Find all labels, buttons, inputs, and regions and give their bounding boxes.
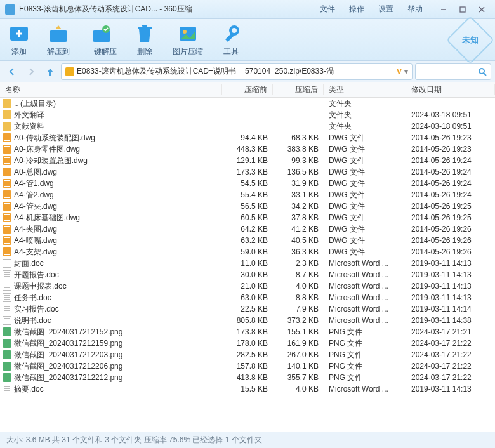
dwg-icon: [3, 179, 11, 188]
file-type: PNG 文件: [324, 327, 406, 338]
size-pre: 94.4 KB: [222, 133, 273, 142]
menu-file[interactable]: 文件: [314, 1, 341, 17]
size-pre: 448.3 KB: [222, 145, 273, 154]
file-name: A0-冷却装置总图.dwg: [14, 155, 88, 166]
file-row[interactable]: 微信截图_20240317212152.png173.8 KB155.1 KBP…: [0, 326, 495, 338]
file-row[interactable]: A4-管2.dwg55.4 KB33.1 KBDWG 文件2014-05-26 …: [0, 189, 495, 201]
file-date: 2019-03-11 14:13: [406, 270, 495, 279]
badge-text: 未知: [462, 34, 478, 46]
doc-icon: [3, 293, 11, 302]
tools-button[interactable]: 工具: [220, 22, 242, 57]
col-name[interactable]: 名称: [0, 84, 222, 95]
file-list[interactable]: .. (上级目录)文件夹外文翻译文件夹2024-03-18 09:51文献资料文…: [0, 98, 495, 419]
status-text: 大小: 3.6 MB 共 31 个文件和 3 个文件夹 压缩率 75.6% 已经…: [6, 435, 262, 445]
file-name: 实习报告.doc: [14, 304, 59, 315]
file-date: 2014-05-26 19:23: [406, 133, 495, 142]
col-pre[interactable]: 压缩前: [222, 84, 273, 95]
size-pre: 63.2 KB: [222, 236, 273, 245]
file-row[interactable]: A4-喷嘴.dwg63.2 KB40.5 KBDWG 文件2014-05-26 …: [0, 235, 495, 246]
file-type: Microsoft Word ...: [324, 293, 406, 302]
minimize-button[interactable]: [435, 3, 452, 16]
menu-operate[interactable]: 操作: [343, 1, 371, 17]
col-date[interactable]: 修改日期: [406, 84, 495, 95]
titlebar: E0833-滚齿机总体及传动系统设计CAD... - 360压缩 文件 操作 设…: [0, 0, 495, 19]
file-type: DWG 文件: [324, 224, 406, 235]
dwg-icon: [3, 168, 11, 176]
svg-point-14: [230, 27, 238, 34]
extract-all-button[interactable]: 一键解压: [86, 22, 117, 57]
file-row[interactable]: A4-支架.dwg59.0 KB36.3 KBDWG 文件2014-05-26 …: [0, 246, 495, 258]
file-name: A4-管夹.dwg: [14, 201, 57, 212]
file-row[interactable]: A4-管1.dwg54.5 KB31.9 KBDWG 文件2014-05-26 …: [0, 178, 495, 189]
file-type: DWG 文件: [324, 247, 406, 258]
file-date: 2019-03-11 14:13: [406, 282, 495, 291]
file-date: 2014-05-26 19:24: [406, 156, 495, 165]
extract-button[interactable]: 解压到: [47, 22, 70, 57]
file-date: 2014-05-26 19:23: [406, 145, 495, 154]
col-type[interactable]: 类型: [324, 84, 406, 95]
file-type: 文件夹: [324, 121, 406, 132]
add-button[interactable]: 添加: [8, 22, 30, 57]
file-date: 2014-05-26 19:25: [406, 202, 495, 211]
file-type: DWG 文件: [324, 167, 406, 178]
file-row[interactable]: A0-冷却装置总图.dwg129.1 KB99.3 KBDWG 文件2014-0…: [0, 155, 495, 166]
forward-button[interactable]: [23, 63, 39, 80]
maximize-button[interactable]: [454, 3, 471, 16]
file-row[interactable]: 文献资料文件夹2024-03-18 09:51: [0, 121, 495, 132]
file-row[interactable]: .. (上级目录)文件夹: [0, 98, 495, 109]
file-date: 2024-03-17 21:22: [406, 339, 495, 348]
file-row[interactable]: 实习报告.doc22.5 KB7.9 KBMicrosoft Word ...2…: [0, 303, 495, 315]
file-row[interactable]: A0-总图.dwg173.3 KB136.5 KBDWG 文件2014-05-2…: [0, 166, 495, 178]
delete-button[interactable]: 删除: [133, 22, 156, 57]
file-row[interactable]: A4-管夹.dwg56.5 KB34.2 KBDWG 文件2014-05-26 …: [0, 201, 495, 212]
vip-icon: V: [397, 67, 402, 76]
dwg-icon: [3, 247, 11, 256]
file-row[interactable]: 封面.doc11.0 KB2.3 KBMicrosoft Word ...201…: [0, 258, 495, 269]
menu-help[interactable]: 帮助: [401, 1, 429, 17]
menu-settings[interactable]: 设置: [372, 1, 400, 17]
file-row[interactable]: 说明书.doc805.8 KB373.2 KBMicrosoft Word ..…: [0, 315, 495, 326]
window-controls: [435, 3, 490, 16]
size-pre: 413.8 KB: [222, 373, 273, 382]
file-row[interactable]: 微信截图_20240317212206.png157.8 KB140.1 KBP…: [0, 360, 495, 372]
file-row[interactable]: 微信截图_20240317212159.png178.0 KB161.9 KBP…: [0, 338, 495, 349]
file-name: 微信截图_20240317212152.png: [14, 327, 122, 338]
path-text: E0833-滚齿机总体及传动系统设计CAD+说明书==570104=250.zi…: [77, 66, 394, 77]
column-headers: 名称 压缩前 压缩后 类型 修改日期: [0, 82, 495, 98]
close-button[interactable]: [473, 3, 490, 16]
delete-icon: [133, 22, 156, 45]
file-date: 2024-03-17 21:22: [406, 373, 495, 382]
file-date: 2024-03-17 21:21: [406, 327, 495, 336]
file-row[interactable]: 任务书.doc63.0 KB8.8 KBMicrosoft Word ...20…: [0, 292, 495, 303]
size-pre: 15.5 KB: [222, 385, 273, 393]
size-pre: 173.3 KB: [222, 168, 273, 176]
col-post[interactable]: 压缩后: [273, 84, 324, 95]
back-button[interactable]: [4, 63, 20, 80]
file-name: A4-夹圈.dwg: [14, 224, 57, 235]
file-row[interactable]: A0-传动系统装配图.dwg94.4 KB68.3 KBDWG 文件2014-0…: [0, 132, 495, 143]
file-date: 2019-03-11 14:13: [406, 385, 495, 393]
file-row[interactable]: 摘要.doc15.5 KB4.0 KBMicrosoft Word ...201…: [0, 383, 495, 395]
size-post: 4.0 KB: [273, 282, 324, 291]
file-date: 2019-03-11 14:38: [406, 316, 495, 325]
file-name: 开题报告.doc: [14, 270, 59, 280]
img-compress-button[interactable]: 图片压缩: [173, 22, 203, 57]
file-row[interactable]: 微信截图_20240317212203.png282.5 KB267.0 KBP…: [0, 349, 495, 360]
size-post: 373.2 KB: [273, 316, 324, 325]
chevron-down-icon[interactable]: ▾: [404, 67, 408, 76]
path-box[interactable]: E0833-滚齿机总体及传动系统设计CAD+说明书==570104=250.zi…: [61, 63, 412, 80]
up-button[interactable]: [42, 63, 58, 80]
file-row[interactable]: 外文翻译文件夹2024-03-18 09:51: [0, 109, 495, 121]
file-date: 2014-05-26 19:24: [406, 190, 495, 199]
file-type: DWG 文件: [324, 178, 406, 189]
file-row[interactable]: 课题申报表.doc21.0 KB4.0 KBMicrosoft Word ...…: [0, 280, 495, 292]
size-post: 383.8 KB: [273, 145, 324, 154]
file-row[interactable]: 开题报告.doc30.0 KB8.7 KBMicrosoft Word ...2…: [0, 269, 495, 280]
file-row[interactable]: A4-机床基础图.dwg60.5 KB37.8 KBDWG 文件2014-05-…: [0, 212, 495, 223]
file-row[interactable]: 微信截图_20240317212212.png413.8 KB355.7 KBP…: [0, 372, 495, 383]
file-row[interactable]: A0-床身零件图.dwg448.3 KB383.8 KBDWG 文件2014-0…: [0, 143, 495, 155]
search-box[interactable]: [415, 63, 491, 80]
file-row[interactable]: A4-夹圈.dwg64.2 KB41.2 KBDWG 文件2014-05-26 …: [0, 223, 495, 235]
file-type: PNG 文件: [324, 338, 406, 349]
size-pre: 54.5 KB: [222, 179, 273, 188]
